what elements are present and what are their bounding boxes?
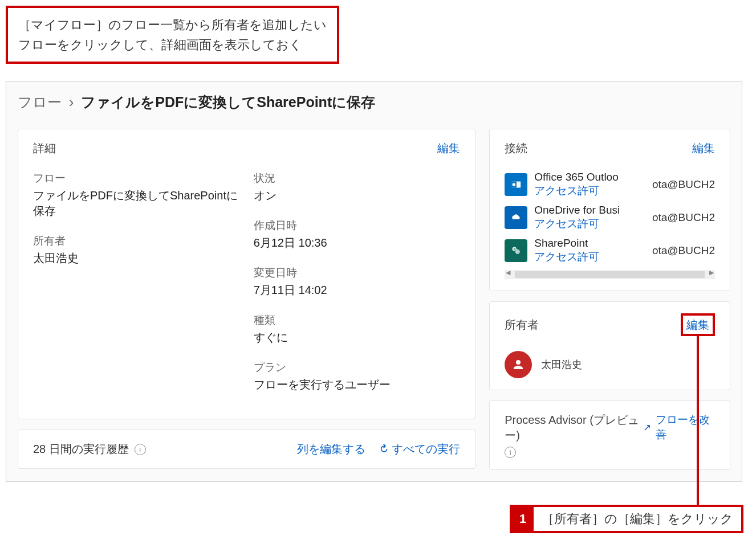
status-value: オン	[254, 188, 461, 203]
app-frame: フロー › ファイルをPDFに変換してSharePointに保存 詳細 編集 フ…	[6, 81, 742, 482]
info-icon[interactable]: i	[505, 447, 516, 458]
connection-name: OneDrive for Busi	[534, 204, 645, 216]
details-panel: 詳細 編集 フロー ファイルをPDFに変換してSharePointに保存 所有者…	[18, 129, 475, 419]
callout-connector-line	[697, 336, 699, 482]
connection-account: ota@BUCH2	[652, 178, 715, 191]
owner-avatar	[505, 351, 532, 378]
modified-value: 7月11日 14:02	[254, 283, 461, 298]
breadcrumb: フロー › ファイルをPDFに変換してSharePointに保存	[18, 93, 730, 112]
connections-edit-link[interactable]: 編集	[692, 141, 715, 156]
flow-value: ファイルをPDFに変換してSharePointに保存	[33, 188, 240, 219]
owner-label: 所有者	[33, 234, 240, 248]
details-edit-link[interactable]: 編集	[437, 141, 460, 156]
process-advisor-panel: Process Advisor (プレビュー) i ↗ フローを改善	[489, 400, 730, 470]
connections-scrollbar[interactable]	[505, 270, 715, 279]
connection-name: Office 365 Outloo	[534, 171, 645, 183]
connection-permission-link[interactable]: アクセス許可	[534, 216, 645, 231]
improve-flow-link[interactable]: ↗ フローを改善	[643, 412, 715, 442]
svg-text:S: S	[514, 248, 517, 252]
connections-title: 接続	[505, 141, 527, 156]
connection-row: S SharePoint アクセス許可 ota@BUCH2	[505, 237, 715, 264]
plan-label: プラン	[254, 360, 461, 375]
instruction-line1: ［マイフロー］のフロー一覧から所有者を追加したい	[18, 15, 327, 35]
flow-label: フロー	[33, 171, 240, 186]
plan-value: フローを実行するユーザー	[254, 377, 461, 393]
status-label: 状況	[254, 171, 461, 186]
connection-permission-link[interactable]: アクセス許可	[534, 183, 645, 198]
instruction-line2: フローをクリックして、詳細画面を表示しておく	[18, 35, 327, 55]
refresh-icon: ↻	[376, 442, 392, 457]
modified-label: 変更日時	[254, 265, 461, 280]
svg-point-4	[515, 250, 520, 254]
connection-account: ota@BUCH2	[652, 244, 715, 257]
svg-point-2	[513, 183, 516, 187]
scrollbar-thumb[interactable]	[515, 271, 705, 278]
open-external-icon: ↗	[643, 422, 651, 434]
outlook-icon	[505, 173, 527, 196]
breadcrumb-root[interactable]: フロー	[18, 94, 62, 110]
connections-panel: 接続 編集 Office 365 Outloo アクセス許可 ota@BUCH2	[489, 129, 730, 291]
created-value: 6月12日 10:36	[254, 235, 461, 251]
history-panel: 28 日間の実行履歴 i 列を編集する ↻ すべての実行	[18, 430, 475, 469]
onedrive-icon	[505, 206, 527, 229]
owners-panel: 所有者 編集 太田浩史	[489, 301, 730, 390]
history-title: 28 日間の実行履歴	[33, 442, 129, 457]
owner-name: 太田浩史	[541, 358, 582, 371]
breadcrumb-separator: ›	[69, 94, 74, 110]
details-title: 詳細	[33, 141, 56, 156]
process-advisor-title: Process Advisor (プレビュー)	[505, 412, 643, 443]
connection-permission-link[interactable]: アクセス許可	[534, 250, 645, 264]
all-runs-label: すべての実行	[392, 442, 460, 457]
all-runs-link[interactable]: ↻ すべての実行	[379, 442, 460, 457]
owners-edit-link[interactable]: 編集	[681, 313, 715, 336]
owners-title: 所有者	[505, 317, 539, 333]
created-label: 作成日時	[254, 218, 461, 233]
type-label: 種類	[254, 313, 461, 328]
sharepoint-icon: S	[505, 239, 527, 262]
instruction-box: ［マイフロー］のフロー一覧から所有者を追加したい フローをクリックして、詳細画面…	[6, 6, 339, 64]
info-icon[interactable]: i	[135, 444, 146, 455]
connection-account: ota@BUCH2	[652, 211, 715, 224]
owner-value: 太田浩史	[33, 251, 240, 266]
breadcrumb-current: ファイルをPDFに変換してSharePointに保存	[81, 94, 375, 110]
connection-row: Office 365 Outloo アクセス許可 ota@BUCH2	[505, 171, 715, 198]
connection-row: OneDrive for Busi アクセス許可 ota@BUCH2	[505, 204, 715, 231]
edit-columns-link[interactable]: 列を編集する	[297, 442, 365, 457]
improve-flow-label: フローを改善	[656, 412, 715, 442]
connection-name: SharePoint	[534, 237, 645, 250]
type-value: すぐに	[254, 330, 461, 345]
